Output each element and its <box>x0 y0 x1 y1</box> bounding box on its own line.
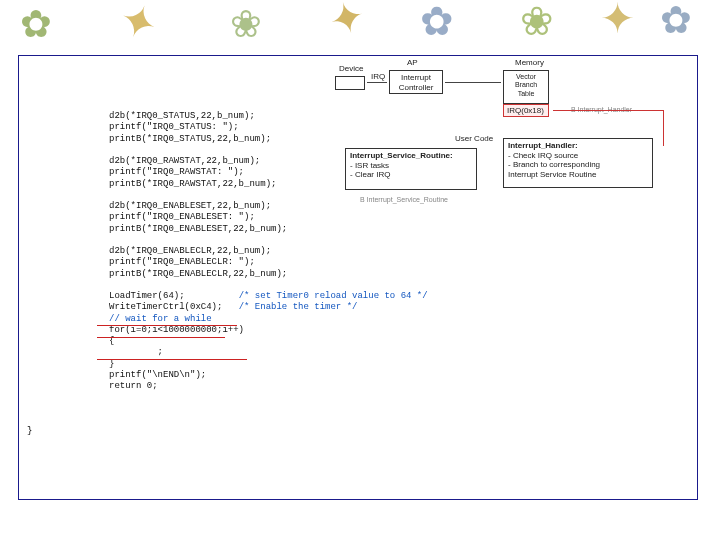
closing-brace: } <box>27 426 32 436</box>
underline <box>97 359 247 360</box>
handler-line: - Branch to corresponding <box>508 160 648 170</box>
decorative-banner: ✿ ✦ ❀ ✦ ✿ ❀ ✦ ✿ <box>0 0 720 50</box>
handler-line: Interrupt Service Routine <box>508 170 648 180</box>
underline <box>97 325 237 326</box>
slide-frame: Device IRQ AP Interrupt Controller Memor… <box>18 55 698 500</box>
handler-title: Interrupt_Handler: <box>508 141 648 151</box>
label-irq: IRQ <box>371 72 385 81</box>
code-listing: d2b(*IRQ0_STATUS,22,b_num); printf("IRQ0… <box>109 111 429 392</box>
box-controller: Interrupt Controller <box>389 70 443 94</box>
connector <box>663 110 664 146</box>
handler-line: - Check IRQ source <box>508 151 648 161</box>
label-memory: Memory <box>515 58 544 67</box>
irq-vector: IRQ(0x18) <box>503 104 549 117</box>
label-device: Device <box>339 64 363 73</box>
underline <box>97 337 225 338</box>
box-device <box>335 76 365 90</box>
box-vbt: Vector Branch Table <box>503 70 549 104</box>
arrow <box>367 82 387 83</box>
box-handler: Interrupt_Handler: - Check IRQ source - … <box>503 138 653 188</box>
connector <box>553 110 663 111</box>
label-usercode: User Code <box>455 134 493 143</box>
arrow <box>445 82 501 83</box>
label-ap: AP <box>407 58 418 67</box>
